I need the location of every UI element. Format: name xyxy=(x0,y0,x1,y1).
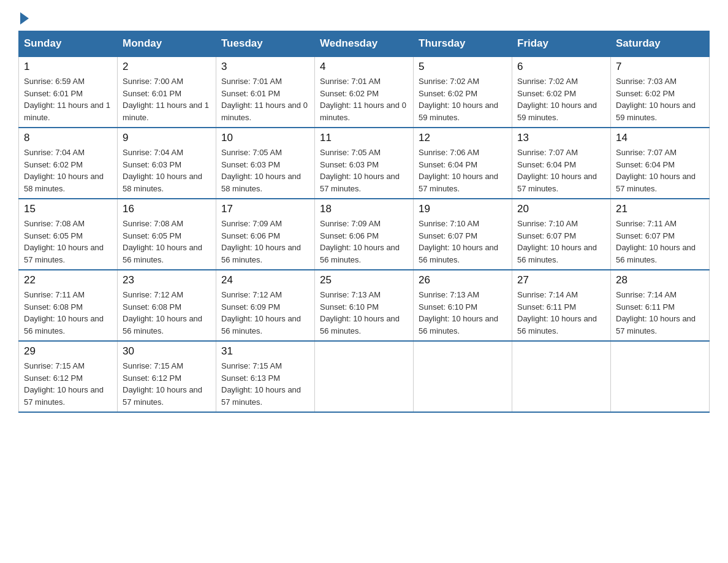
day-cell-25: 25 Sunrise: 7:13 AM Sunset: 6:10 PM Dayl… xyxy=(315,270,414,341)
day-info: Sunrise: 7:05 AM Sunset: 6:03 PM Dayligh… xyxy=(221,147,309,194)
day-cell-27: 27 Sunrise: 7:14 AM Sunset: 6:11 PM Dayl… xyxy=(512,270,611,341)
day-info: Sunrise: 7:04 AM Sunset: 6:03 PM Dayligh… xyxy=(123,147,211,194)
col-header-monday: Monday xyxy=(118,31,216,57)
day-cell-1: 1 Sunrise: 6:59 AM Sunset: 6:01 PM Dayli… xyxy=(19,56,118,128)
week-row-1: 1 Sunrise: 6:59 AM Sunset: 6:01 PM Dayli… xyxy=(19,56,710,128)
empty-cell xyxy=(512,341,611,412)
day-info: Sunrise: 7:13 AM Sunset: 6:10 PM Dayligh… xyxy=(320,289,408,337)
day-number: 30 xyxy=(123,345,211,358)
day-info: Sunrise: 7:01 AM Sunset: 6:01 PM Dayligh… xyxy=(221,75,309,123)
day-cell-15: 15 Sunrise: 7:08 AM Sunset: 6:05 PM Dayl… xyxy=(19,199,118,270)
day-number: 17 xyxy=(221,203,309,215)
day-number: 31 xyxy=(221,345,309,358)
col-header-friday: Friday xyxy=(512,31,611,57)
day-number: 4 xyxy=(320,61,408,73)
day-cell-9: 9 Sunrise: 7:04 AM Sunset: 6:03 PM Dayli… xyxy=(118,128,216,199)
day-cell-4: 4 Sunrise: 7:01 AM Sunset: 6:02 PM Dayli… xyxy=(315,56,414,128)
day-info: Sunrise: 7:13 AM Sunset: 6:10 PM Dayligh… xyxy=(419,289,507,337)
day-number: 24 xyxy=(221,274,309,286)
day-cell-22: 22 Sunrise: 7:11 AM Sunset: 6:08 PM Dayl… xyxy=(19,270,118,341)
week-row-5: 29 Sunrise: 7:15 AM Sunset: 6:12 PM Dayl… xyxy=(19,341,710,412)
day-info: Sunrise: 7:12 AM Sunset: 6:09 PM Dayligh… xyxy=(221,289,309,337)
day-cell-28: 28 Sunrise: 7:14 AM Sunset: 6:11 PM Dayl… xyxy=(611,270,710,341)
page-header xyxy=(18,12,710,25)
day-number: 11 xyxy=(320,132,408,144)
day-info: Sunrise: 7:11 AM Sunset: 6:07 PM Dayligh… xyxy=(616,218,704,266)
day-cell-23: 23 Sunrise: 7:12 AM Sunset: 6:08 PM Dayl… xyxy=(118,270,216,341)
day-info: Sunrise: 7:15 AM Sunset: 6:12 PM Dayligh… xyxy=(123,360,211,408)
day-info: Sunrise: 7:08 AM Sunset: 6:05 PM Dayligh… xyxy=(123,218,211,266)
calendar-header-row: SundayMondayTuesdayWednesdayThursdayFrid… xyxy=(19,31,710,57)
col-header-thursday: Thursday xyxy=(414,31,512,57)
calendar-table: SundayMondayTuesdayWednesdayThursdayFrid… xyxy=(18,31,710,413)
col-header-sunday: Sunday xyxy=(19,31,118,57)
day-number: 20 xyxy=(517,203,605,215)
day-cell-30: 30 Sunrise: 7:15 AM Sunset: 6:12 PM Dayl… xyxy=(118,341,216,412)
day-cell-5: 5 Sunrise: 7:02 AM Sunset: 6:02 PM Dayli… xyxy=(414,56,512,128)
day-number: 26 xyxy=(419,274,507,286)
day-cell-14: 14 Sunrise: 7:07 AM Sunset: 6:04 PM Dayl… xyxy=(611,128,710,199)
day-info: Sunrise: 7:09 AM Sunset: 6:06 PM Dayligh… xyxy=(320,218,408,266)
day-number: 3 xyxy=(221,61,309,73)
day-info: Sunrise: 7:05 AM Sunset: 6:03 PM Dayligh… xyxy=(320,147,408,194)
day-cell-18: 18 Sunrise: 7:09 AM Sunset: 6:06 PM Dayl… xyxy=(315,199,414,270)
day-number: 7 xyxy=(616,61,704,73)
day-cell-11: 11 Sunrise: 7:05 AM Sunset: 6:03 PM Dayl… xyxy=(315,128,414,199)
day-info: Sunrise: 6:59 AM Sunset: 6:01 PM Dayligh… xyxy=(24,75,112,123)
day-info: Sunrise: 7:06 AM Sunset: 6:04 PM Dayligh… xyxy=(419,147,507,194)
day-cell-24: 24 Sunrise: 7:12 AM Sunset: 6:09 PM Dayl… xyxy=(216,270,315,341)
day-number: 14 xyxy=(616,132,704,144)
day-number: 23 xyxy=(123,274,211,286)
day-info: Sunrise: 7:10 AM Sunset: 6:07 PM Dayligh… xyxy=(517,218,605,266)
day-number: 8 xyxy=(24,132,112,144)
day-info: Sunrise: 7:09 AM Sunset: 6:06 PM Dayligh… xyxy=(221,218,309,266)
col-header-tuesday: Tuesday xyxy=(216,31,315,57)
day-cell-26: 26 Sunrise: 7:13 AM Sunset: 6:10 PM Dayl… xyxy=(414,270,512,341)
day-number: 12 xyxy=(419,132,507,144)
day-info: Sunrise: 7:00 AM Sunset: 6:01 PM Dayligh… xyxy=(123,75,211,123)
calendar-body: 1 Sunrise: 6:59 AM Sunset: 6:01 PM Dayli… xyxy=(19,56,710,412)
day-cell-3: 3 Sunrise: 7:01 AM Sunset: 6:01 PM Dayli… xyxy=(216,56,315,128)
day-info: Sunrise: 7:01 AM Sunset: 6:02 PM Dayligh… xyxy=(320,75,408,123)
week-row-2: 8 Sunrise: 7:04 AM Sunset: 6:02 PM Dayli… xyxy=(19,128,710,199)
week-row-3: 15 Sunrise: 7:08 AM Sunset: 6:05 PM Dayl… xyxy=(19,199,710,270)
empty-cell xyxy=(315,341,414,412)
logo-arrow-icon xyxy=(20,12,29,25)
day-info: Sunrise: 7:14 AM Sunset: 6:11 PM Dayligh… xyxy=(517,289,605,337)
day-info: Sunrise: 7:12 AM Sunset: 6:08 PM Dayligh… xyxy=(123,289,211,337)
day-info: Sunrise: 7:02 AM Sunset: 6:02 PM Dayligh… xyxy=(419,75,507,123)
day-info: Sunrise: 7:04 AM Sunset: 6:02 PM Dayligh… xyxy=(24,147,112,194)
day-number: 19 xyxy=(419,203,507,215)
day-cell-29: 29 Sunrise: 7:15 AM Sunset: 6:12 PM Dayl… xyxy=(19,341,118,412)
day-info: Sunrise: 7:07 AM Sunset: 6:04 PM Dayligh… xyxy=(616,147,704,194)
day-info: Sunrise: 7:11 AM Sunset: 6:08 PM Dayligh… xyxy=(24,289,112,337)
day-number: 1 xyxy=(24,61,112,73)
day-info: Sunrise: 7:02 AM Sunset: 6:02 PM Dayligh… xyxy=(517,75,605,123)
day-number: 27 xyxy=(517,274,605,286)
empty-cell xyxy=(414,341,512,412)
day-number: 15 xyxy=(24,203,112,215)
day-info: Sunrise: 7:07 AM Sunset: 6:04 PM Dayligh… xyxy=(517,147,605,194)
day-cell-7: 7 Sunrise: 7:03 AM Sunset: 6:02 PM Dayli… xyxy=(611,56,710,128)
day-cell-16: 16 Sunrise: 7:08 AM Sunset: 6:05 PM Dayl… xyxy=(118,199,216,270)
day-cell-13: 13 Sunrise: 7:07 AM Sunset: 6:04 PM Dayl… xyxy=(512,128,611,199)
logo xyxy=(18,12,30,25)
day-cell-21: 21 Sunrise: 7:11 AM Sunset: 6:07 PM Dayl… xyxy=(611,199,710,270)
day-number: 2 xyxy=(123,61,211,73)
day-number: 21 xyxy=(616,203,704,215)
day-info: Sunrise: 7:08 AM Sunset: 6:05 PM Dayligh… xyxy=(24,218,112,266)
col-header-saturday: Saturday xyxy=(611,31,710,57)
day-info: Sunrise: 7:03 AM Sunset: 6:02 PM Dayligh… xyxy=(616,75,704,123)
day-number: 10 xyxy=(221,132,309,144)
day-cell-19: 19 Sunrise: 7:10 AM Sunset: 6:07 PM Dayl… xyxy=(414,199,512,270)
day-info: Sunrise: 7:14 AM Sunset: 6:11 PM Dayligh… xyxy=(616,289,704,337)
day-number: 5 xyxy=(419,61,507,73)
day-cell-10: 10 Sunrise: 7:05 AM Sunset: 6:03 PM Dayl… xyxy=(216,128,315,199)
day-number: 25 xyxy=(320,274,408,286)
day-info: Sunrise: 7:15 AM Sunset: 6:13 PM Dayligh… xyxy=(221,360,309,408)
week-row-4: 22 Sunrise: 7:11 AM Sunset: 6:08 PM Dayl… xyxy=(19,270,710,341)
day-number: 9 xyxy=(123,132,211,144)
day-cell-12: 12 Sunrise: 7:06 AM Sunset: 6:04 PM Dayl… xyxy=(414,128,512,199)
day-cell-8: 8 Sunrise: 7:04 AM Sunset: 6:02 PM Dayli… xyxy=(19,128,118,199)
day-number: 28 xyxy=(616,274,704,286)
